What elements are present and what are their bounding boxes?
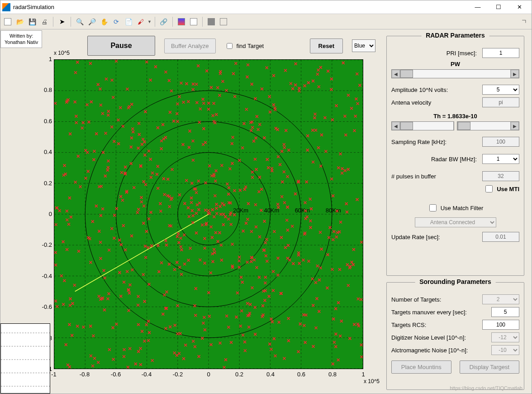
th-label: Th = 1.8633e-10 bbox=[391, 113, 519, 120]
digitizer-noise-select: -12 bbox=[491, 332, 519, 342]
colorbar-icon[interactable] bbox=[176, 16, 187, 27]
open-icon[interactable]: 📂 bbox=[14, 16, 25, 27]
update-rate-label: Update Rate [sec]: bbox=[391, 234, 480, 240]
update-rate-input bbox=[482, 232, 519, 242]
digitizer-noise-label: Digitizer Noise Level [10^-n]: bbox=[391, 334, 489, 341]
zoom-out-icon[interactable]: 🔎 bbox=[86, 16, 97, 27]
y-axis-exponent: x 10^5 bbox=[54, 50, 70, 56]
th-slider-right[interactable]: ▶ bbox=[457, 121, 520, 130]
surrounding-params-title: Sorounding Parameters bbox=[415, 278, 496, 285]
em-noise-select: -10 bbox=[491, 345, 519, 355]
matlab-logo-icon bbox=[2, 3, 10, 11]
rcs-input[interactable] bbox=[482, 320, 519, 330]
radar-params-title: RADAR Parameters bbox=[421, 32, 489, 39]
watermark: https://blog.csdn.net/TIQCmatlab bbox=[450, 385, 522, 391]
sampling-rate-label: Sampling Rate [kHz]: bbox=[391, 139, 480, 145]
use-match-filter-label: Use Match Filter bbox=[441, 205, 484, 211]
svg-line-30 bbox=[75, 214, 209, 292]
slider-left-arrow-icon[interactable]: ◀ bbox=[392, 70, 400, 78]
amplitude-select[interactable]: 5 bbox=[482, 85, 519, 95]
maneuver-input[interactable] bbox=[491, 307, 519, 317]
pulses-buffer-input bbox=[482, 171, 519, 181]
num-targets-label: Number of Targets: bbox=[391, 296, 480, 303]
pri-label: PRI [msec]: bbox=[391, 50, 480, 57]
antenna-connected-select: Antena Connected bbox=[415, 217, 496, 227]
pw-slider[interactable]: ◀ ▶ bbox=[391, 69, 519, 78]
close-button[interactable]: ✕ bbox=[509, 0, 530, 14]
buffer-analyze-button[interactable]: Buffer Analyze bbox=[164, 38, 216, 53]
radar-bw-label: Radar BW [MHz]: bbox=[391, 156, 480, 163]
svg-text:60Km: 60Km bbox=[295, 207, 310, 214]
radar-bw-select[interactable]: 1 bbox=[482, 154, 519, 164]
place-mountains-button[interactable]: Place Mountins bbox=[391, 360, 451, 374]
display-targets-button[interactable]: Display Targest bbox=[460, 360, 520, 374]
em-noise-label: Alctromagnetic Noise [10^-n]: bbox=[391, 347, 489, 354]
slider-right-arrow-icon[interactable]: ▶ bbox=[511, 70, 519, 78]
surrounding-params-panel: Sorounding Parameters Number of Targets:… bbox=[386, 282, 524, 390]
x-axis-exponent: x 10^5 bbox=[364, 378, 380, 384]
brush-icon[interactable]: 🖌 bbox=[135, 16, 146, 27]
toolbar-overflow-icon[interactable]: ㄱ bbox=[521, 18, 530, 26]
radar-plot: x 10^5 1 0.8 0.6 0.4 0.2 0 -0.2 -0.4 -0.… bbox=[36, 52, 380, 383]
legend-icon[interactable] bbox=[188, 16, 199, 27]
secondary-plot bbox=[0, 323, 50, 394]
svg-text:40Km: 40Km bbox=[264, 207, 279, 214]
radar-params-panel: RADAR Parameters PRI [msec]: PW ◀ ▶ Ampl… bbox=[386, 36, 524, 276]
num-targets-select: 2 bbox=[482, 294, 519, 304]
pointer-icon[interactable]: ➤ bbox=[57, 16, 67, 27]
credits-line1: Written by: bbox=[5, 33, 38, 39]
minimize-button[interactable]: — bbox=[467, 0, 488, 14]
print-icon[interactable]: 🖨 bbox=[39, 16, 50, 27]
show-plot-tools-icon[interactable] bbox=[218, 16, 229, 27]
credits-box: Written by: Yonathan Nativ bbox=[0, 30, 42, 48]
find-target-checkbox-wrap[interactable]: find Target bbox=[225, 42, 264, 50]
antenna-velocity-input bbox=[482, 97, 519, 107]
link-data-icon[interactable]: 🔗 bbox=[158, 16, 169, 27]
find-target-checkbox[interactable] bbox=[227, 43, 233, 49]
pw-label: PW bbox=[391, 61, 519, 67]
new-figure-icon[interactable] bbox=[2, 16, 13, 27]
svg-text:20Km: 20Km bbox=[233, 207, 248, 214]
radar-ppi-scope[interactable]: 20Km40Km60Km80Km bbox=[54, 59, 363, 369]
sampling-rate-input bbox=[482, 137, 519, 147]
credits-line2: Yonathan Nativ bbox=[5, 39, 38, 45]
title-bar: radarSimulation — ☐ ✕ bbox=[0, 0, 532, 14]
svg-text:80Km: 80Km bbox=[326, 207, 341, 214]
maneuver-label: Targets manuver every [sec]: bbox=[391, 309, 489, 316]
rcs-label: Targets RCS: bbox=[391, 322, 480, 328]
hide-plot-tools-icon[interactable] bbox=[206, 16, 217, 27]
th-slider-left[interactable]: ◀ bbox=[391, 121, 454, 130]
radar-svg: 20Km40Km60Km80Km bbox=[54, 60, 363, 369]
amplitude-label: Amplitude 10^N volts: bbox=[391, 86, 480, 93]
pri-input[interactable] bbox=[482, 48, 519, 58]
antenna-velocity-label: Antena velocity bbox=[391, 99, 480, 106]
save-icon[interactable]: 💾 bbox=[27, 16, 38, 27]
use-match-filter-wrap[interactable]: Use Match Filter bbox=[428, 203, 484, 213]
maximize-button[interactable]: ☐ bbox=[488, 0, 509, 14]
window-title: radarSimulation bbox=[13, 4, 54, 10]
data-cursor-icon[interactable]: 📄 bbox=[123, 16, 134, 27]
color-select[interactable]: Blue bbox=[352, 39, 375, 52]
use-mti-label: Use MTI bbox=[497, 186, 519, 192]
rotate-3d-icon[interactable]: ⟳ bbox=[111, 16, 122, 27]
zoom-in-icon[interactable]: 🔍 bbox=[74, 16, 85, 27]
pulses-buffer-label: # pulses in buffer bbox=[391, 173, 480, 180]
pan-icon[interactable]: ✋ bbox=[99, 16, 109, 27]
reset-button[interactable]: Reset bbox=[310, 38, 343, 53]
find-target-label: find Target bbox=[237, 43, 264, 49]
use-mti-checkbox-wrap[interactable]: Use MTI bbox=[484, 184, 519, 194]
use-mti-checkbox[interactable] bbox=[485, 185, 493, 192]
figure-toolbar: 📂 💾 🖨 ➤ 🔍 🔎 ✋ ⟳ 📄 🖌 ▼ 🔗 ㄱ bbox=[0, 14, 532, 29]
use-match-filter-checkbox[interactable] bbox=[429, 204, 437, 211]
